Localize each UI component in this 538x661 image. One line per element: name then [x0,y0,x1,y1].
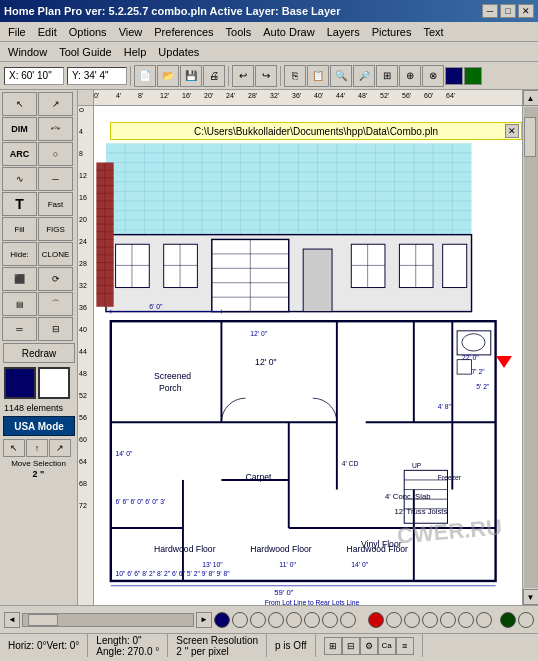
redo-button[interactable]: ↪ [255,65,277,87]
line-tool[interactable]: ∿ [2,167,37,191]
separator [130,66,131,86]
scroll-track-h[interactable] [22,613,194,627]
bottom-toolbar: ◄ ► [0,606,538,633]
snap-dot-5[interactable] [440,612,456,628]
drawing-canvas[interactable]: C:\Users\Bukkollaider\Documents\hpp\Data… [94,106,522,605]
blueprint-drawing[interactable]: Screened Porch 12' 0" Carpet Vinyl Floor… [94,124,522,605]
hline2-tool[interactable]: ═ [2,317,37,341]
nav-dot-5[interactable] [286,612,302,628]
fill-tool[interactable]: Fill [2,217,37,241]
open-button[interactable]: 📂 [157,65,179,87]
arrow-up[interactable]: ↑ [26,439,48,457]
clone-tool[interactable]: CLONE [38,242,73,266]
snap-dot-6[interactable] [458,612,474,628]
menu-view[interactable]: View [113,24,149,40]
menu-help[interactable]: Help [118,44,153,60]
grid-button[interactable]: ⊞ [376,65,398,87]
menu-updates[interactable]: Updates [152,44,205,60]
vline-tool[interactable]: ⊟ [38,317,73,341]
svg-text:4' Conc. Slab: 4' Conc. Slab [385,492,430,501]
hide-tool[interactable]: Hide: [2,242,37,266]
snap-dot-2[interactable] [386,612,402,628]
coord-y: Y: 34' 4" [67,67,127,85]
maximize-button[interactable]: □ [500,4,516,18]
snap-dot-minus2[interactable] [518,612,534,628]
menu-window[interactable]: Window [2,44,53,60]
snap-dot-4[interactable] [422,612,438,628]
new-button[interactable]: 📄 [134,65,156,87]
scroll-left-button[interactable]: ◄ [4,612,20,628]
scroll-down-button[interactable]: ▼ [523,589,539,605]
menu-preferences[interactable]: Preferences [148,24,219,40]
layer-button[interactable]: ⊗ [422,65,444,87]
zoom-in-toolbar[interactable]: 🔍 [330,65,352,87]
nav-dot-6[interactable] [304,612,320,628]
nav-dot-7[interactable] [322,612,338,628]
status-length: Length: 0" Angle: 270.0 ° [88,634,168,657]
select2-tool[interactable]: ↗ [38,92,73,116]
snap-dot-red[interactable] [368,612,384,628]
nav-dot-4[interactable] [268,612,284,628]
scroll-track-v[interactable] [524,107,538,588]
ellipse-tool[interactable]: ○ [38,142,73,166]
menu-tools[interactable]: Tools [220,24,258,40]
snap-button[interactable]: ⊕ [399,65,421,87]
copy-button[interactable]: ⎘ [284,65,306,87]
text-tool[interactable]: T [2,192,37,216]
filepath-close[interactable]: ✕ [505,124,519,138]
snap-dot-minus[interactable] [500,612,516,628]
figs-tool[interactable]: FIGS [38,217,73,241]
menu-options[interactable]: Options [63,24,113,40]
menu-pictures[interactable]: Pictures [366,24,418,40]
close-button[interactable]: ✕ [518,4,534,18]
nav-dot-2[interactable] [232,612,248,628]
zoom-out-toolbar[interactable]: 🔎 [353,65,375,87]
fast-tool[interactable]: Fast [38,192,73,216]
paste-button[interactable]: 📋 [307,65,329,87]
color2-btn[interactable] [464,67,482,85]
menu-text[interactable]: Text [417,24,449,40]
tool-row-select: ↖ ↗ [2,92,75,116]
arrow-up-right[interactable]: ↗ [49,439,71,457]
rotate-tool[interactable]: ⟳ [38,267,73,291]
settings-status-button[interactable]: ⚙ [360,637,378,655]
scroll-thumb-h[interactable] [28,614,58,626]
zoom-fit-button[interactable]: ⊞ [324,637,342,655]
ruler-horizontal: 0' 4' 8' 12' 16' 20' 24' 28' 32' 36' 40'… [94,90,522,106]
nav-dot-8[interactable] [340,612,356,628]
snap-dot-3[interactable] [404,612,420,628]
menu-edit[interactable]: Edit [32,24,63,40]
scroll-up-button[interactable]: ▲ [523,90,539,106]
dim2-tool[interactable]: *°* [38,117,73,141]
layers-status-button[interactable]: ≡ [396,637,414,655]
secondary-color-swatch[interactable] [38,367,70,399]
nav-dot-3[interactable] [250,612,266,628]
snap-dot-7[interactable] [476,612,492,628]
stairs-tool[interactable]: ▤ [2,292,37,316]
redraw-button[interactable]: Redraw [3,343,75,363]
scroll-right-button[interactable]: ► [196,612,212,628]
menu-toolguide[interactable]: Tool Guide [53,44,118,60]
minimize-button[interactable]: ─ [482,4,498,18]
nav-dot-1[interactable] [214,612,230,628]
scroll-thumb-v[interactable] [524,117,536,157]
select-tool[interactable]: ↖ [2,92,37,116]
menu-layers[interactable]: Layers [321,24,366,40]
curve-tool[interactable]: ⌒ [38,292,73,316]
svg-text:5' 2": 5' 2" [476,383,490,390]
print-button[interactable]: 🖨 [203,65,225,87]
zoom-window-button[interactable]: ⊟ [342,637,360,655]
save-button[interactable]: 💾 [180,65,202,87]
usa-mode-button[interactable]: USA Mode [3,416,75,436]
window-controls: ─ □ ✕ [482,4,534,18]
primary-color-swatch[interactable] [4,367,36,399]
undo-button[interactable]: ↩ [232,65,254,87]
rect-tool[interactable]: ⬛ [2,267,37,291]
menu-autodraw[interactable]: Auto Draw [257,24,320,40]
hline-tool[interactable]: ─ [38,167,73,191]
ca-button[interactable]: Ca [378,637,396,655]
arrow-up-left[interactable]: ↖ [3,439,25,457]
menu-file[interactable]: File [2,24,32,40]
arc-tool[interactable]: ARC [2,142,37,166]
color1-btn[interactable] [445,67,463,85]
